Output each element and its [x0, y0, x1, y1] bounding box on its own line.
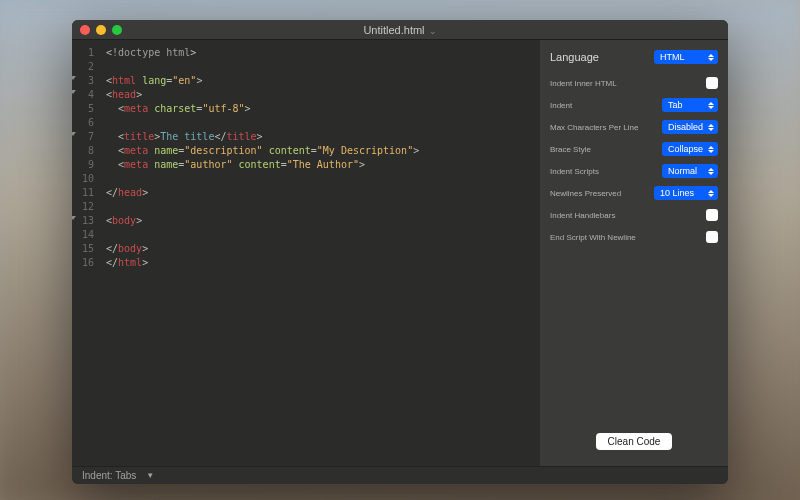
titlebar[interactable]: Untitled.html⌄ [72, 20, 728, 40]
indent-inner-html-checkbox[interactable] [706, 77, 718, 89]
max-chars-select[interactable]: Disabled [662, 120, 718, 134]
brace-style-select[interactable]: Collapse [662, 142, 718, 156]
statusbar: Indent: Tabs ▼ [72, 466, 728, 484]
chevron-down-icon: ⌄ [429, 26, 437, 36]
line-gutter: 12345678910111213141516 [72, 40, 100, 466]
chevron-down-icon[interactable]: ▼ [146, 471, 154, 480]
indent-handlebars-checkbox[interactable] [706, 209, 718, 221]
indent-scripts-select[interactable]: Normal [662, 164, 718, 178]
row-indent-scripts: Indent Scripts Normal [550, 164, 718, 178]
language-label: Language [550, 51, 599, 63]
row-indent-handlebars: Indent Handlebars [550, 208, 718, 222]
indent-status[interactable]: Indent: Tabs [82, 470, 136, 481]
row-indent-inner-html: Indent Inner HTML [550, 76, 718, 90]
sidebar-header: Language HTML [550, 50, 718, 64]
row-brace-style: Brace Style Collapse [550, 142, 718, 156]
app-window: Untitled.html⌄ 12345678910111213141516 <… [72, 20, 728, 484]
window-title[interactable]: Untitled.html⌄ [72, 24, 728, 36]
row-indent: Indent Tab [550, 98, 718, 112]
code-editor[interactable]: 12345678910111213141516 <!doctype html><… [72, 40, 540, 466]
content-area: 12345678910111213141516 <!doctype html><… [72, 40, 728, 466]
indent-select[interactable]: Tab [662, 98, 718, 112]
language-select[interactable]: HTML [654, 50, 718, 64]
clean-code-button[interactable]: Clean Code [596, 433, 673, 450]
row-max-chars: Max Characters Per Line Disabled [550, 120, 718, 134]
row-newlines-preserved: Newlines Preserved 10 Lines [550, 186, 718, 200]
end-script-newline-checkbox[interactable] [706, 231, 718, 243]
newlines-preserved-select[interactable]: 10 Lines [654, 186, 718, 200]
code-area[interactable]: <!doctype html><html lang="en"><head> <m… [100, 40, 540, 466]
row-end-script-newline: End Script With Newline [550, 230, 718, 244]
settings-sidebar: Language HTML Indent Inner HTML Indent T… [540, 40, 728, 466]
